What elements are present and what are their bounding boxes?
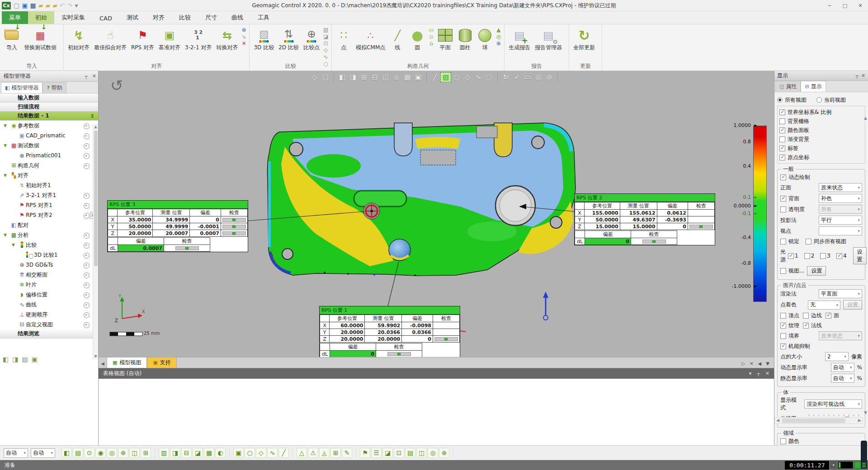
view-more-checkbox[interactable] — [780, 268, 786, 274]
visibility-eye-icon[interactable] — [83, 202, 90, 208]
maximize-button[interactable]: □ — [837, 0, 853, 11]
tree-item[interactable]: CAD_prismatic — [0, 131, 98, 141]
export-icon-1[interactable]: ▰ — [38, 2, 43, 9]
tree-item[interactable]: 输入数据 — [0, 94, 98, 103]
view-split-icon[interactable]: ⊟ — [369, 72, 380, 82]
spring-compare-icon[interactable]: ∿ — [323, 54, 328, 60]
close-icon[interactable]: ✕ — [861, 73, 865, 79]
light-checkbox[interactable] — [788, 253, 794, 259]
rps-table-title[interactable]: RPS 位置 3 — [108, 201, 248, 209]
corner-zoom-widget[interactable] — [861, 441, 867, 469]
datum-align-button[interactable]: 基准对齐 — [156, 25, 183, 52]
tree-item[interactable]: 相交断面 — [0, 270, 98, 280]
scroll-left-icon[interactable]: ◀ — [776, 418, 779, 423]
point-size-select[interactable]: 2 — [825, 352, 849, 361]
checkbox[interactable] — [779, 146, 785, 151]
report-manager-button[interactable]: 报告管理器 — [533, 25, 564, 52]
line-tool-button[interactable]: 线 — [387, 25, 407, 52]
close-tab-icon[interactable]: ✕ — [750, 361, 753, 366]
silhouette-compare-icon[interactable]: ◪ — [323, 34, 328, 39]
back-face-select[interactable]: 补色 — [819, 194, 862, 203]
checkbox[interactable] — [779, 109, 785, 115]
undo-icon[interactable]: ↶ — [60, 2, 65, 9]
tree-item[interactable]: Prismatic001 — [0, 150, 98, 160]
tree-scrollbar[interactable]: ▲ ▼ — [93, 124, 98, 359]
replace-test-data-button[interactable]: 替换测试数据 — [22, 25, 59, 52]
tree-filter-icon-4[interactable]: ▣ — [32, 356, 38, 363]
update-all-button[interactable]: 全部更新 — [571, 25, 597, 52]
tree-item[interactable]: 偏移位置 — [0, 290, 98, 300]
timer-dropdown-icon[interactable]: ▾ — [830, 461, 836, 469]
tab-support[interactable]: ▣ 支持 — [147, 357, 176, 368]
tree-item[interactable]: 配对 — [0, 220, 98, 230]
visibility-eye-icon[interactable] — [83, 123, 90, 129]
cone-display-icon[interactable]: △ — [297, 448, 307, 458]
menu-item[interactable]: 对齐 — [146, 11, 172, 24]
visibility-eye-icon[interactable] — [83, 292, 90, 298]
wire-display-icon[interactable]: ⊟ — [181, 448, 192, 458]
pyramid-display-icon[interactable]: ◬ — [319, 448, 330, 458]
circle-probe-icon[interactable]: ◎ — [107, 448, 117, 458]
checkbox[interactable] — [803, 323, 809, 329]
view-right-icon[interactable]: ◨ — [348, 72, 359, 82]
radio-all-views[interactable] — [777, 97, 783, 103]
2d-compare-button[interactable]: 2D 比较 — [276, 25, 301, 52]
tree-item[interactable]: 叶片 — [0, 280, 98, 290]
section-shape-icon[interactable]: ◇ — [309, 72, 320, 82]
compare-points-button[interactable]: 比较点 — [301, 25, 322, 52]
view-left-icon[interactable]: ◧ — [337, 72, 348, 82]
tab-model-view[interactable]: ▦ 模型视图 — [107, 357, 147, 368]
tab-help[interactable]: ? 帮助 — [42, 82, 66, 93]
add-widget-icon[interactable]: ⊕ — [439, 448, 449, 458]
copy-view-icon[interactable]: ◫ — [416, 448, 427, 458]
visibility-eye-icon[interactable] — [83, 272, 90, 278]
tree-item[interactable]: 3D 比较1 — [0, 250, 98, 260]
checkbox[interactable] — [779, 136, 785, 142]
expand-arrow-icon[interactable] — [12, 243, 18, 247]
scroll-up-icon[interactable]: ▲ — [864, 116, 867, 120]
probe-view-icon[interactable]: ◧ — [61, 448, 72, 458]
visibility-eye-icon[interactable] — [83, 252, 90, 258]
rectangle-tool-icon[interactable]: ▫ — [429, 34, 434, 39]
circle-select-icon[interactable]: ○ — [451, 72, 462, 82]
view-settings-button[interactable]: 设置 — [807, 266, 826, 276]
view-grid-icon[interactable]: ⊞ — [359, 72, 369, 82]
simulate-cmm-point-button[interactable]: 模拟CMM点 — [354, 25, 387, 52]
add-point-icon[interactable]: ⊕ — [118, 448, 128, 458]
visibility-eye-icon[interactable] — [83, 163, 90, 169]
open-project-icon[interactable]: ▣ — [22, 2, 28, 9]
visibility-eye-icon[interactable] — [83, 302, 90, 308]
tree-item[interactable]: 自定义视图 — [0, 320, 98, 329]
table-view-header[interactable]: 表格视图 (自动) ▾ ┬ ✕ — [99, 368, 774, 379]
rotate-view-widget[interactable]: ↺ — [110, 76, 123, 94]
suppress-checkbox[interactable] — [780, 343, 786, 349]
expand-arrow-icon[interactable] — [4, 143, 10, 148]
checkbox[interactable] — [780, 323, 786, 329]
radio-current-view[interactable] — [816, 97, 822, 103]
mesh-display-icon[interactable]: ▥ — [159, 448, 169, 458]
select-line-icon[interactable]: ╱ — [278, 448, 289, 458]
tree-item[interactable]: RPS 对齐1 — [0, 200, 98, 210]
tree-item[interactable]: 硬测顺序 — [0, 310, 98, 320]
light-settings-button[interactable]: 设置 — [853, 247, 867, 264]
rps-align-button[interactable]: RPS 对齐 — [129, 25, 156, 52]
best-fit-align-button[interactable]: 最佳拟合对齐 — [92, 25, 129, 52]
visibility-eye-icon[interactable] — [83, 312, 90, 318]
shaded-box-icon[interactable]: ◪ — [382, 448, 393, 458]
visibility-eye-icon[interactable] — [83, 322, 90, 328]
checkbox[interactable] — [803, 313, 809, 319]
boundary-compare-icon[interactable]: ⊡ — [323, 41, 328, 46]
tree-item[interactable]: 测试数据 — [0, 141, 98, 150]
customize-toolbar-icon[interactable]: ▾ — [75, 2, 78, 9]
report-view-icon[interactable]: ▤ — [73, 448, 83, 458]
menu-item[interactable]: CAD — [92, 13, 119, 24]
viewpoint-select[interactable] — [819, 226, 862, 235]
home-view-icon[interactable]: ⌂ — [391, 72, 402, 82]
curvature-compare-icon[interactable]: ▧ — [323, 27, 328, 33]
rps-table-title[interactable]: RPS 位置 2 — [575, 194, 715, 202]
tree-item[interactable]: 曲线 — [0, 300, 98, 310]
generate-report-button[interactable]: 生成报告 — [506, 25, 533, 52]
pin-align-icon[interactable]: ⇘ — [241, 34, 246, 39]
visibility-eye-icon[interactable] — [83, 212, 90, 218]
point-color-select[interactable]: 无 — [808, 301, 840, 310]
